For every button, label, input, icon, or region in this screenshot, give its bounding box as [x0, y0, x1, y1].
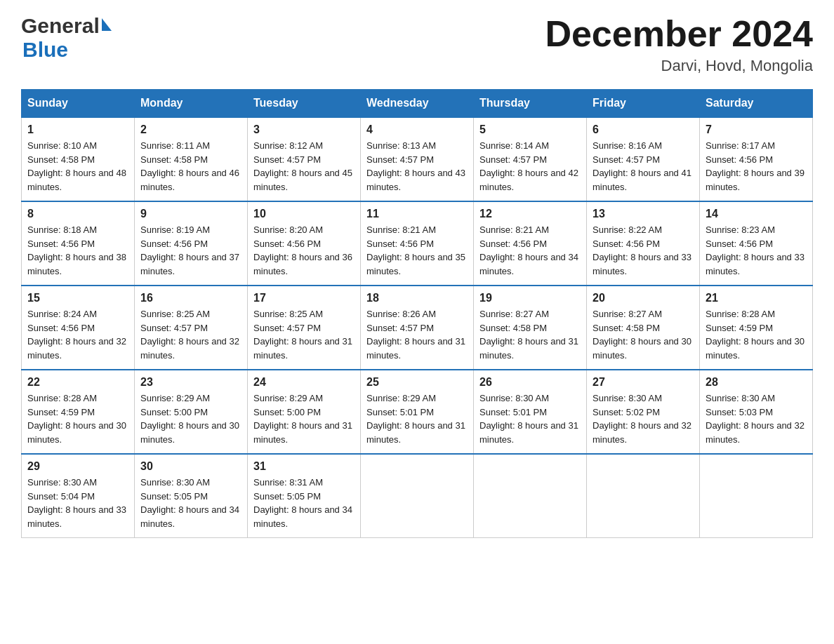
calendar-day-14: 14 Sunrise: 8:23 AM Sunset: 4:56 PM Dayl…	[700, 201, 813, 286]
day-number: 30	[140, 460, 241, 473]
calendar-day-28: 28 Sunrise: 8:30 AM Sunset: 5:03 PM Dayl…	[700, 370, 813, 454]
calendar-day-31: 31 Sunrise: 8:31 AM Sunset: 5:05 PM Dayl…	[248, 454, 361, 538]
day-info: Sunrise: 8:25 AM Sunset: 4:57 PM Dayligh…	[140, 307, 241, 362]
day-info: Sunrise: 8:28 AM Sunset: 4:59 PM Dayligh…	[706, 307, 807, 362]
day-number: 24	[253, 376, 355, 389]
day-number: 15	[27, 292, 128, 304]
calendar-empty-w4-d5	[587, 454, 700, 538]
day-info: Sunrise: 8:30 AM Sunset: 5:04 PM Dayligh…	[27, 476, 128, 530]
day-info: Sunrise: 8:30 AM Sunset: 5:02 PM Dayligh…	[593, 391, 694, 446]
logo-blue-text: Blue	[22, 38, 68, 62]
calendar-day-29: 29 Sunrise: 8:30 AM Sunset: 5:04 PM Dayl…	[22, 454, 135, 538]
calendar-day-21: 21 Sunrise: 8:28 AM Sunset: 4:59 PM Dayl…	[700, 286, 813, 370]
day-number: 14	[706, 208, 807, 220]
calendar-day-1: 1 Sunrise: 8:10 AM Sunset: 4:58 PM Dayli…	[22, 117, 135, 201]
day-info: Sunrise: 8:28 AM Sunset: 4:59 PM Dayligh…	[27, 391, 128, 446]
day-number: 11	[366, 208, 468, 220]
day-info: Sunrise: 8:30 AM Sunset: 5:03 PM Dayligh…	[706, 391, 807, 446]
calendar-day-22: 22 Sunrise: 8:28 AM Sunset: 4:59 PM Dayl…	[22, 370, 135, 454]
day-number: 29	[27, 460, 128, 473]
day-number: 1	[27, 123, 128, 136]
day-info: Sunrise: 8:13 AM Sunset: 4:57 PM Dayligh…	[366, 139, 468, 194]
day-info: Sunrise: 8:11 AM Sunset: 4:58 PM Dayligh…	[140, 139, 241, 194]
col-monday: Monday	[135, 90, 248, 118]
logo: General Blue	[21, 14, 112, 62]
day-number: 6	[593, 123, 694, 136]
day-number: 26	[479, 376, 581, 389]
calendar-empty-w4-d3	[361, 454, 474, 538]
day-number: 7	[706, 123, 807, 136]
col-saturday: Saturday	[700, 90, 813, 118]
logo-triangle-icon	[102, 18, 112, 31]
day-info: Sunrise: 8:21 AM Sunset: 4:56 PM Dayligh…	[366, 223, 468, 278]
day-number: 31	[253, 460, 355, 473]
day-number: 4	[366, 123, 468, 136]
calendar-week-3: 15 Sunrise: 8:24 AM Sunset: 4:56 PM Dayl…	[22, 286, 813, 370]
calendar-day-18: 18 Sunrise: 8:26 AM Sunset: 4:57 PM Dayl…	[361, 286, 474, 370]
col-sunday: Sunday	[22, 90, 135, 118]
calendar-day-3: 3 Sunrise: 8:12 AM Sunset: 4:57 PM Dayli…	[248, 117, 361, 201]
day-info: Sunrise: 8:10 AM Sunset: 4:58 PM Dayligh…	[27, 139, 128, 194]
day-number: 20	[593, 292, 694, 304]
calendar-day-26: 26 Sunrise: 8:30 AM Sunset: 5:01 PM Dayl…	[474, 370, 587, 454]
day-number: 17	[253, 292, 355, 304]
calendar-empty-w4-d4	[474, 454, 587, 538]
col-friday: Friday	[587, 90, 700, 118]
calendar-week-4: 22 Sunrise: 8:28 AM Sunset: 4:59 PM Dayl…	[22, 370, 813, 454]
col-thursday: Thursday	[474, 90, 587, 118]
day-info: Sunrise: 8:27 AM Sunset: 4:58 PM Dayligh…	[593, 307, 694, 362]
day-number: 16	[140, 292, 241, 304]
day-info: Sunrise: 8:22 AM Sunset: 4:56 PM Dayligh…	[593, 223, 694, 278]
calendar-day-4: 4 Sunrise: 8:13 AM Sunset: 4:57 PM Dayli…	[361, 117, 474, 201]
calendar-day-13: 13 Sunrise: 8:22 AM Sunset: 4:56 PM Dayl…	[587, 201, 700, 286]
logo-general-text: General	[21, 14, 100, 38]
day-info: Sunrise: 8:18 AM Sunset: 4:56 PM Dayligh…	[27, 223, 128, 278]
calendar-week-5: 29 Sunrise: 8:30 AM Sunset: 5:04 PM Dayl…	[22, 454, 813, 538]
day-info: Sunrise: 8:26 AM Sunset: 4:57 PM Dayligh…	[366, 307, 468, 362]
calendar-day-5: 5 Sunrise: 8:14 AM Sunset: 4:57 PM Dayli…	[474, 117, 587, 201]
day-info: Sunrise: 8:31 AM Sunset: 5:05 PM Dayligh…	[253, 476, 355, 530]
calendar-empty-w4-d6	[700, 454, 813, 538]
day-info: Sunrise: 8:29 AM Sunset: 5:00 PM Dayligh…	[140, 391, 241, 446]
day-number: 22	[27, 376, 128, 389]
day-number: 13	[593, 208, 694, 220]
calendar-day-16: 16 Sunrise: 8:25 AM Sunset: 4:57 PM Dayl…	[135, 286, 248, 370]
day-info: Sunrise: 8:19 AM Sunset: 4:56 PM Dayligh…	[140, 223, 241, 278]
day-number: 21	[706, 292, 807, 304]
day-info: Sunrise: 8:12 AM Sunset: 4:57 PM Dayligh…	[253, 139, 355, 194]
calendar-day-20: 20 Sunrise: 8:27 AM Sunset: 4:58 PM Dayl…	[587, 286, 700, 370]
calendar-day-19: 19 Sunrise: 8:27 AM Sunset: 4:58 PM Dayl…	[474, 286, 587, 370]
month-title: December 2024	[545, 14, 813, 54]
day-info: Sunrise: 8:23 AM Sunset: 4:56 PM Dayligh…	[706, 223, 807, 278]
calendar-day-9: 9 Sunrise: 8:19 AM Sunset: 4:56 PM Dayli…	[135, 201, 248, 286]
calendar-week-1: 1 Sunrise: 8:10 AM Sunset: 4:58 PM Dayli…	[22, 117, 813, 201]
day-number: 19	[479, 292, 581, 304]
calendar-day-25: 25 Sunrise: 8:29 AM Sunset: 5:01 PM Dayl…	[361, 370, 474, 454]
day-number: 10	[253, 208, 355, 220]
calendar-day-7: 7 Sunrise: 8:17 AM Sunset: 4:56 PM Dayli…	[700, 117, 813, 201]
day-number: 3	[253, 123, 355, 136]
title-block: December 2024 Darvi, Hovd, Mongolia	[545, 14, 813, 75]
page-header: General Blue December 2024 Darvi, Hovd, …	[21, 14, 813, 75]
calendar-table: Sunday Monday Tuesday Wednesday Thursday…	[21, 89, 813, 538]
calendar-day-10: 10 Sunrise: 8:20 AM Sunset: 4:56 PM Dayl…	[248, 201, 361, 286]
calendar-day-23: 23 Sunrise: 8:29 AM Sunset: 5:00 PM Dayl…	[135, 370, 248, 454]
calendar-day-6: 6 Sunrise: 8:16 AM Sunset: 4:57 PM Dayli…	[587, 117, 700, 201]
day-info: Sunrise: 8:25 AM Sunset: 4:57 PM Dayligh…	[253, 307, 355, 362]
day-info: Sunrise: 8:29 AM Sunset: 5:01 PM Dayligh…	[366, 391, 468, 446]
day-info: Sunrise: 8:30 AM Sunset: 5:05 PM Dayligh…	[140, 476, 241, 530]
calendar-header-row: Sunday Monday Tuesday Wednesday Thursday…	[22, 90, 813, 118]
day-info: Sunrise: 8:29 AM Sunset: 5:00 PM Dayligh…	[253, 391, 355, 446]
day-info: Sunrise: 8:17 AM Sunset: 4:56 PM Dayligh…	[706, 139, 807, 194]
day-number: 12	[479, 208, 581, 220]
calendar-day-24: 24 Sunrise: 8:29 AM Sunset: 5:00 PM Dayl…	[248, 370, 361, 454]
calendar-day-30: 30 Sunrise: 8:30 AM Sunset: 5:05 PM Dayl…	[135, 454, 248, 538]
day-info: Sunrise: 8:14 AM Sunset: 4:57 PM Dayligh…	[479, 139, 581, 194]
calendar-day-12: 12 Sunrise: 8:21 AM Sunset: 4:56 PM Dayl…	[474, 201, 587, 286]
location-title: Darvi, Hovd, Mongolia	[545, 57, 813, 75]
calendar-day-15: 15 Sunrise: 8:24 AM Sunset: 4:56 PM Dayl…	[22, 286, 135, 370]
calendar-day-27: 27 Sunrise: 8:30 AM Sunset: 5:02 PM Dayl…	[587, 370, 700, 454]
day-number: 27	[593, 376, 694, 389]
day-number: 5	[479, 123, 581, 136]
day-number: 25	[366, 376, 468, 389]
